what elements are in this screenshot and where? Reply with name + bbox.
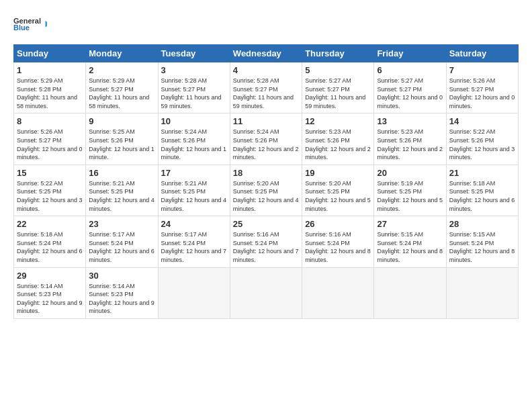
logo: General Blue (13, 11, 47, 38)
day-info: Sunrise: 5:18 AMSunset: 5:25 PMDaylight:… (449, 180, 515, 212)
calendar-cell: 19Sunrise: 5:20 AMSunset: 5:25 PMDayligh… (302, 165, 374, 216)
calendar-cell: 22Sunrise: 5:18 AMSunset: 5:24 PMDayligh… (14, 216, 86, 267)
day-number: 30 (89, 271, 154, 281)
day-info: Sunrise: 5:14 AMSunset: 5:23 PMDaylight:… (89, 283, 154, 315)
day-number: 4 (233, 65, 299, 75)
calendar-cell (374, 267, 446, 318)
day-info: Sunrise: 5:23 AMSunset: 5:26 PMDaylight:… (377, 128, 443, 161)
calendar-cell: 4Sunrise: 5:28 AMSunset: 5:27 PMDaylight… (230, 62, 302, 113)
calendar-cell: 26Sunrise: 5:16 AMSunset: 5:24 PMDayligh… (302, 216, 374, 267)
day-info: Sunrise: 5:29 AMSunset: 5:28 PMDaylight:… (17, 77, 77, 109)
page: General Blue SundayMondayTuesdayWednesda… (0, 0, 532, 411)
calendar-cell: 6Sunrise: 5:27 AMSunset: 5:27 PMDaylight… (374, 62, 446, 113)
day-info: Sunrise: 5:27 AMSunset: 5:27 PMDaylight:… (305, 77, 365, 109)
calendar-cell: 28Sunrise: 5:15 AMSunset: 5:24 PMDayligh… (446, 216, 518, 267)
svg-text:Blue: Blue (13, 24, 30, 32)
col-header-wednesday: Wednesday (230, 45, 302, 62)
calendar-cell: 18Sunrise: 5:20 AMSunset: 5:25 PMDayligh… (230, 165, 302, 216)
day-number: 3 (161, 65, 227, 75)
day-info: Sunrise: 5:15 AMSunset: 5:24 PMDaylight:… (449, 231, 515, 263)
svg-marker-2 (46, 21, 48, 28)
day-number: 10 (161, 116, 227, 126)
day-info: Sunrise: 5:25 AMSunset: 5:26 PMDaylight:… (89, 128, 154, 161)
calendar-cell: 10Sunrise: 5:24 AMSunset: 5:26 PMDayligh… (158, 113, 230, 165)
day-number: 2 (89, 65, 154, 75)
col-header-sunday: Sunday (14, 45, 86, 62)
col-header-monday: Monday (86, 45, 158, 62)
day-number: 20 (377, 168, 443, 178)
day-number: 19 (305, 168, 371, 178)
day-number: 21 (449, 168, 515, 178)
header: General Blue (13, 11, 519, 38)
col-header-thursday: Thursday (302, 45, 374, 62)
calendar-cell: 1Sunrise: 5:29 AMSunset: 5:28 PMDaylight… (14, 62, 86, 113)
day-info: Sunrise: 5:16 AMSunset: 5:24 PMDaylight:… (233, 231, 299, 263)
calendar-cell: 24Sunrise: 5:17 AMSunset: 5:24 PMDayligh… (158, 216, 230, 267)
day-number: 14 (449, 116, 515, 126)
calendar-cell (302, 267, 374, 318)
day-info: Sunrise: 5:21 AMSunset: 5:25 PMDaylight:… (161, 180, 227, 212)
day-info: Sunrise: 5:26 AMSunset: 5:27 PMDaylight:… (17, 128, 83, 161)
day-info: Sunrise: 5:22 AMSunset: 5:25 PMDaylight:… (17, 180, 83, 212)
day-number: 18 (233, 168, 299, 178)
calendar-cell: 7Sunrise: 5:26 AMSunset: 5:27 PMDaylight… (446, 62, 518, 113)
day-info: Sunrise: 5:18 AMSunset: 5:24 PMDaylight:… (17, 231, 83, 263)
day-info: Sunrise: 5:29 AMSunset: 5:27 PMDaylight:… (89, 77, 149, 109)
day-info: Sunrise: 5:28 AMSunset: 5:27 PMDaylight:… (161, 77, 222, 109)
day-info: Sunrise: 5:15 AMSunset: 5:24 PMDaylight:… (377, 231, 443, 263)
calendar-table: SundayMondayTuesdayWednesdayThursdayFrid… (13, 44, 519, 319)
day-info: Sunrise: 5:20 AMSunset: 5:25 PMDaylight:… (305, 180, 371, 212)
calendar-cell: 21Sunrise: 5:18 AMSunset: 5:25 PMDayligh… (446, 165, 518, 216)
calendar-cell: 9Sunrise: 5:25 AMSunset: 5:26 PMDaylight… (86, 113, 158, 165)
day-info: Sunrise: 5:17 AMSunset: 5:24 PMDaylight:… (161, 231, 227, 263)
day-number: 7 (449, 65, 515, 75)
col-header-tuesday: Tuesday (158, 45, 230, 62)
calendar-cell: 13Sunrise: 5:23 AMSunset: 5:26 PMDayligh… (374, 113, 446, 165)
day-info: Sunrise: 5:14 AMSunset: 5:23 PMDaylight:… (17, 283, 83, 315)
day-number: 13 (377, 116, 443, 126)
day-number: 25 (233, 219, 299, 229)
day-number: 24 (161, 219, 227, 229)
day-number: 27 (377, 219, 443, 229)
logo-svg: General Blue (13, 11, 47, 38)
day-number: 8 (17, 116, 83, 126)
day-number: 12 (305, 116, 371, 126)
calendar-cell: 16Sunrise: 5:21 AMSunset: 5:25 PMDayligh… (86, 165, 158, 216)
day-number: 16 (89, 168, 154, 178)
day-info: Sunrise: 5:26 AMSunset: 5:27 PMDaylight:… (449, 77, 515, 109)
day-number: 17 (161, 168, 227, 178)
day-number: 5 (305, 65, 371, 75)
calendar-cell: 30Sunrise: 5:14 AMSunset: 5:23 PMDayligh… (86, 267, 158, 318)
calendar-cell: 11Sunrise: 5:24 AMSunset: 5:26 PMDayligh… (230, 113, 302, 165)
day-info: Sunrise: 5:21 AMSunset: 5:25 PMDaylight:… (89, 180, 154, 212)
day-number: 22 (17, 219, 83, 229)
day-number: 23 (89, 219, 154, 229)
day-info: Sunrise: 5:16 AMSunset: 5:24 PMDaylight:… (305, 231, 371, 263)
day-number: 9 (89, 116, 154, 126)
calendar-cell: 12Sunrise: 5:23 AMSunset: 5:26 PMDayligh… (302, 113, 374, 165)
calendar-cell: 3Sunrise: 5:28 AMSunset: 5:27 PMDaylight… (158, 62, 230, 113)
day-number: 28 (449, 219, 515, 229)
day-info: Sunrise: 5:22 AMSunset: 5:26 PMDaylight:… (449, 128, 515, 161)
calendar-cell: 5Sunrise: 5:27 AMSunset: 5:27 PMDaylight… (302, 62, 374, 113)
calendar-cell: 15Sunrise: 5:22 AMSunset: 5:25 PMDayligh… (14, 165, 86, 216)
day-info: Sunrise: 5:27 AMSunset: 5:27 PMDaylight:… (377, 77, 443, 109)
calendar-cell: 17Sunrise: 5:21 AMSunset: 5:25 PMDayligh… (158, 165, 230, 216)
calendar-cell (158, 267, 230, 318)
day-info: Sunrise: 5:24 AMSunset: 5:26 PMDaylight:… (233, 128, 299, 161)
calendar-cell: 27Sunrise: 5:15 AMSunset: 5:24 PMDayligh… (374, 216, 446, 267)
calendar-cell: 8Sunrise: 5:26 AMSunset: 5:27 PMDaylight… (14, 113, 86, 165)
calendar-cell: 14Sunrise: 5:22 AMSunset: 5:26 PMDayligh… (446, 113, 518, 165)
day-number: 6 (377, 65, 443, 75)
col-header-friday: Friday (374, 45, 446, 62)
calendar-cell: 25Sunrise: 5:16 AMSunset: 5:24 PMDayligh… (230, 216, 302, 267)
calendar-cell (446, 267, 518, 318)
col-header-saturday: Saturday (446, 45, 518, 62)
calendar-cell: 23Sunrise: 5:17 AMSunset: 5:24 PMDayligh… (86, 216, 158, 267)
calendar-cell: 29Sunrise: 5:14 AMSunset: 5:23 PMDayligh… (14, 267, 86, 318)
day-number: 26 (305, 219, 371, 229)
calendar-cell (230, 267, 302, 318)
day-info: Sunrise: 5:19 AMSunset: 5:25 PMDaylight:… (377, 180, 443, 212)
calendar-cell: 20Sunrise: 5:19 AMSunset: 5:25 PMDayligh… (374, 165, 446, 216)
day-info: Sunrise: 5:23 AMSunset: 5:26 PMDaylight:… (305, 128, 371, 161)
